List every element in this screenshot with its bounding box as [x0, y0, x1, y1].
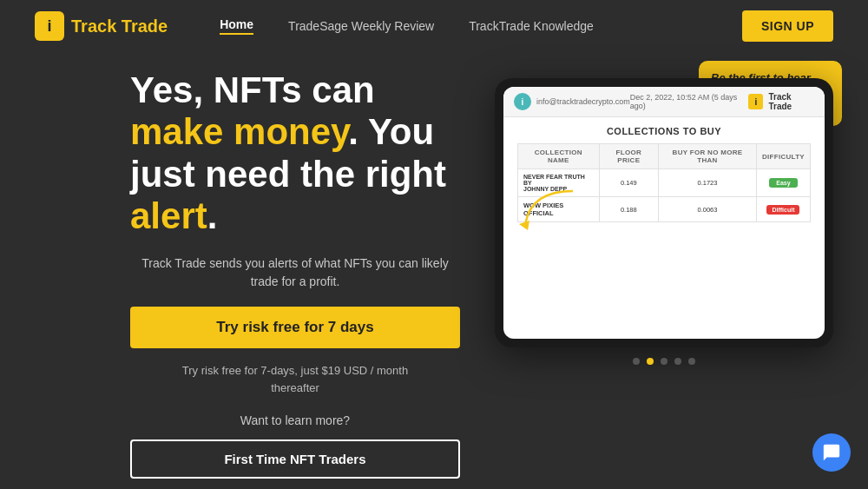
collections-title: COLLECTIONS TO BUY: [517, 126, 811, 136]
chat-button[interactable]: [812, 433, 851, 472]
tablet-brand-area: i Track Trade: [748, 92, 814, 111]
row1-difficulty: Easy: [756, 169, 810, 197]
headline-highlight2: alert: [130, 195, 207, 236]
chat-icon: [822, 443, 841, 462]
col-header-floor: FLOOR PRICE: [599, 144, 659, 169]
row1-floor: 0.149: [599, 169, 659, 197]
first-time-button[interactable]: First Time NFT Traders: [130, 439, 460, 479]
dot-3[interactable]: [661, 358, 667, 365]
signup-button[interactable]: SIGN UP: [742, 10, 833, 42]
tablet-frame: i info@tracktradecrypto.com Dec 2, 2022,…: [495, 78, 833, 347]
learn-more-text: Want to learn more?: [130, 413, 460, 427]
headline-part1: Yes, NFTs can: [130, 69, 375, 110]
dot-5[interactable]: [688, 358, 695, 365]
tablet-brand-text: Track Trade: [768, 92, 814, 111]
svg-marker-0: [519, 221, 529, 230]
cta-button[interactable]: Try risk free for 7 days: [130, 307, 460, 348]
dot-2[interactable]: [647, 358, 654, 365]
logo-icon: i: [35, 11, 64, 41]
arrow-icon: [512, 182, 582, 235]
tablet-top-bar: i info@tracktradecrypto.com Dec 2, 2022,…: [503, 87, 825, 117]
secondary-text: Try risk free for 7-days, just $19 USD /…: [130, 362, 460, 396]
left-column: Yes, NFTs can make money. You just need …: [130, 69, 460, 489]
tablet-email: info@tracktradecrypto.com: [536, 97, 630, 106]
logo-area: i Track Trade: [35, 11, 168, 41]
nav-tradesage[interactable]: TradeSage Weekly Review: [288, 19, 434, 33]
header: i Track Trade Home TradeSage Weekly Revi…: [0, 0, 868, 52]
row2-buy: 0.0063: [659, 197, 757, 222]
col-header-name: COLLECTION NAME: [518, 144, 600, 169]
headline-highlight1: make money: [130, 111, 348, 152]
tablet-date: Dec 2, 2022, 10:52 AM (5 days ago): [630, 93, 749, 110]
right-column: Be the first to hear about collections t…: [495, 69, 833, 347]
main-content: Yes, NFTs can make money. You just need …: [0, 52, 868, 489]
col-header-buy: BUY FOR NO MORE THAN: [659, 144, 757, 169]
row2-difficulty: Difficult: [756, 197, 810, 222]
hero-subtext: Track Trade sends you alerts of what NFT…: [130, 254, 460, 291]
tablet-logo-icon: i: [748, 94, 763, 109]
col-header-difficulty: DIFFICULTY: [756, 144, 810, 169]
carousel-dots: [495, 358, 833, 365]
difficult-badge: Difficult: [766, 205, 799, 215]
logo-text: Track Trade: [71, 17, 168, 36]
easy-badge: Easy: [769, 178, 797, 188]
nav-knowledge[interactable]: TrackTrade Knowledge: [469, 19, 594, 33]
row2-floor: 0.188: [599, 197, 659, 222]
headline: Yes, NFTs can make money. You just need …: [130, 69, 460, 237]
row1-buy: 0.1723: [659, 169, 757, 197]
nav-home[interactable]: Home: [220, 17, 253, 35]
dot-1[interactable]: [633, 358, 640, 365]
nav: Home TradeSage Weekly Review TrackTrade …: [220, 17, 742, 35]
tablet-avatar: i: [514, 93, 531, 110]
dot-4[interactable]: [674, 358, 681, 365]
headline-part3: .: [207, 195, 218, 236]
